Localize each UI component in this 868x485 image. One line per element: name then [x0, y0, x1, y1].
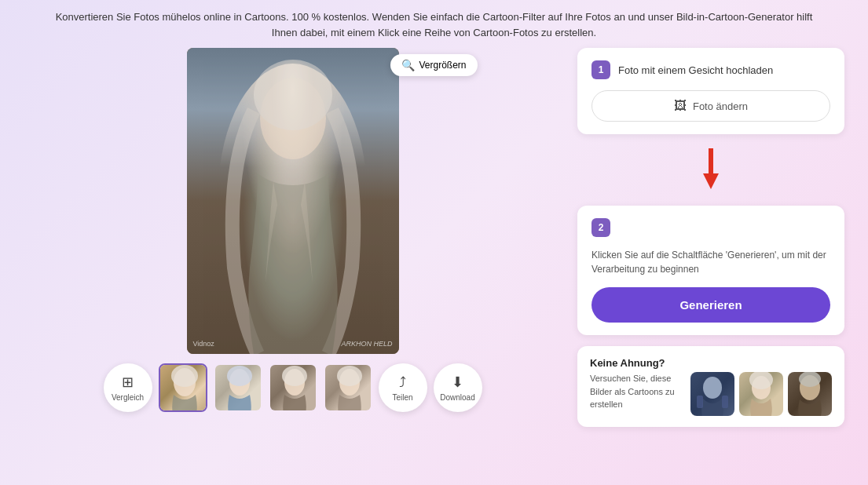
step2-card: 2 Klicken Sie auf die Schaltfläche 'Gene…	[577, 206, 844, 335]
zoom-button[interactable]: 🔍 Vergrößern	[390, 54, 477, 76]
svg-rect-10	[709, 148, 713, 176]
thumbnail-bar: ⊞ Vergleich	[104, 363, 482, 412]
sugg-svg-3	[788, 372, 832, 416]
figure-svg	[187, 48, 399, 354]
thumbnail-1[interactable]	[159, 363, 207, 412]
thumb-image-1	[160, 365, 206, 410]
photo-icon: 🖼	[674, 99, 687, 113]
step1-number: 1	[591, 60, 610, 79]
step2-description: Klicken Sie auf die Schaltfläche 'Generi…	[591, 248, 830, 276]
suggestion-card: Keine Ahnung? Versuchen Sie, diese Bilde…	[577, 346, 844, 427]
suggestion-thumb-3[interactable]	[788, 372, 832, 416]
svg-point-1	[254, 60, 332, 130]
thumb-svg-3	[270, 365, 317, 412]
share-icon: ⤴	[399, 374, 406, 391]
zoom-icon: 🔍	[401, 59, 415, 71]
download-button[interactable]: ⬇ Download	[434, 363, 482, 412]
thumbnail-3[interactable]	[269, 363, 317, 412]
right-panel: 1 Foto mit einem Gesicht hochladen 🖼 Fot…	[577, 48, 844, 427]
page-description: Konvertieren Sie Fotos mühelos online in…	[0, 0, 868, 48]
image-wrapper: Vidnoz ARKHON HELD 🔍 Vergrößern	[187, 48, 399, 354]
share-button[interactable]: ⤴ Teilen	[379, 363, 427, 412]
change-photo-button[interactable]: 🖼 Foto ändern	[591, 90, 830, 122]
thumbnail-4[interactable]	[324, 363, 372, 412]
suggestion-thumbnails	[690, 372, 832, 416]
description-text: Konvertieren Sie Fotos mühelos online in…	[56, 11, 813, 38]
sugg-svg-1	[690, 372, 734, 416]
thumb-svg-1	[160, 365, 207, 412]
svg-rect-13	[697, 396, 703, 408]
step1-title: Foto mit einem Gesicht hochladen	[618, 64, 773, 76]
main-image: Vidnoz ARKHON HELD	[187, 48, 399, 354]
thumb-image-2	[215, 365, 261, 410]
compare-label: Vergleich	[112, 393, 144, 402]
thumb-svg-2	[215, 365, 262, 412]
thumbnail-2[interactable]	[214, 363, 262, 412]
thumb-image-4	[325, 365, 371, 410]
compare-button[interactable]: ⊞ Vergleich	[104, 363, 152, 412]
zoom-label: Vergrößern	[419, 60, 466, 71]
svg-point-12	[703, 377, 722, 399]
svg-point-3	[171, 365, 198, 387]
svg-rect-14	[722, 396, 728, 408]
change-photo-label: Foto ändern	[693, 100, 748, 112]
suggestion-text: Versuchen Sie, diese Bilder als Cartoons…	[590, 372, 683, 411]
compare-icon: ⊞	[122, 374, 134, 391]
step2-header: 2	[591, 218, 830, 237]
suggestion-content: Versuchen Sie, diese Bilder als Cartoons…	[590, 372, 832, 416]
share-label: Teilen	[392, 393, 412, 402]
left-panel: Vidnoz ARKHON HELD 🔍 Vergrößern ⊞ Vergle…	[24, 48, 562, 412]
sugg-svg-2	[739, 372, 783, 416]
suggestion-title: Keine Ahnung?	[590, 357, 832, 369]
down-arrow-svg	[695, 148, 727, 191]
generate-button[interactable]: Generieren	[591, 287, 830, 323]
svg-point-5	[227, 366, 252, 386]
step2-number: 2	[591, 218, 610, 237]
watermark-text: Vidnoz	[193, 340, 214, 348]
svg-marker-11	[703, 173, 719, 189]
thumb-svg-4	[325, 365, 372, 412]
arrow-container	[577, 148, 844, 191]
step1-card: 1 Foto mit einem Gesicht hochladen 🖼 Fot…	[577, 48, 844, 134]
download-label: Download	[440, 393, 474, 402]
suggestion-thumb-1[interactable]	[690, 372, 734, 416]
main-content: Vidnoz ARKHON HELD 🔍 Vergrößern ⊞ Vergle…	[0, 48, 868, 427]
svg-point-9	[337, 366, 362, 386]
artwork-text: ARKHON HELD	[341, 340, 392, 348]
step1-header: 1 Foto mit einem Gesicht hochladen	[591, 60, 830, 79]
main-image-container: Vidnoz ARKHON HELD	[187, 48, 399, 354]
svg-point-7	[282, 366, 307, 386]
suggestion-thumb-2[interactable]	[739, 372, 783, 416]
thumb-image-3	[270, 365, 316, 410]
download-icon: ⬇	[452, 374, 463, 391]
